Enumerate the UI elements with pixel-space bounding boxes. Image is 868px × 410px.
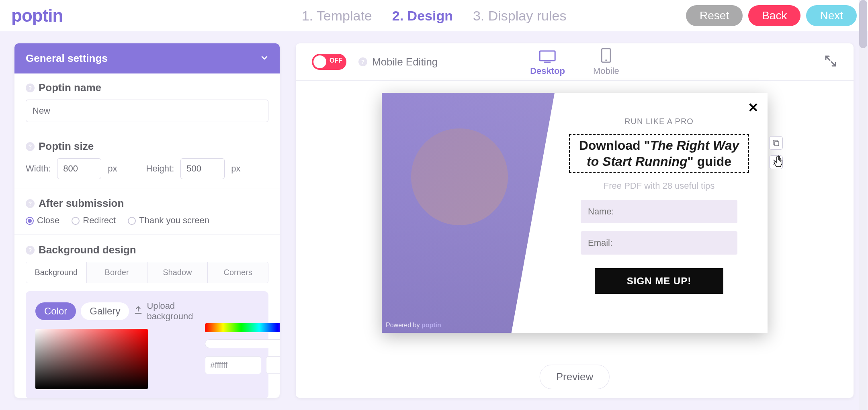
wizard-steps: 1. Template 2. Design 3. Display rules [302, 8, 567, 24]
upload-background-button[interactable]: Upload background [134, 301, 193, 322]
popup-subhead[interactable]: Free PDF with 28 useful tips [567, 181, 751, 191]
close-icon [773, 159, 779, 165]
popup-image[interactable]: Powered by poptin [382, 93, 555, 333]
mode-gallery[interactable]: Gallery [81, 302, 129, 320]
close-icon[interactable]: ✕ [748, 100, 759, 115]
after-option-thankyou[interactable]: Thank you screen [128, 215, 209, 226]
reset-button[interactable]: Reset [686, 5, 743, 26]
width-input[interactable] [57, 158, 101, 179]
help-icon[interactable]: ? [26, 142, 35, 151]
settings-sidebar: General settings ? Poptin name ? Poptin … [14, 43, 280, 398]
after-option-redirect[interactable]: Redirect [72, 215, 116, 226]
device-desktop[interactable]: Desktop [530, 50, 565, 76]
px-unit: px [108, 163, 117, 174]
design-canvas: OFF ? Mobile Editing Desktop Mobile [296, 43, 854, 398]
poptin-name-input[interactable] [26, 100, 268, 122]
popup-cta-button[interactable]: SIGN ME UP! [595, 268, 723, 294]
mobile-editing-toggle[interactable]: OFF [312, 54, 346, 70]
header-actions: Reset Back Next [686, 5, 857, 26]
next-button[interactable]: Next [806, 5, 857, 26]
delete-element-button[interactable] [769, 155, 783, 169]
color-swatch[interactable] [266, 356, 280, 374]
hue-slider[interactable] [205, 323, 280, 332]
popup-headline-selected[interactable]: Download "The Right Way to Start Running… [569, 134, 749, 173]
back-button[interactable]: Back [748, 5, 800, 26]
popup-name-input[interactable] [581, 200, 737, 223]
px-unit: px [231, 163, 240, 174]
color-saturation-box[interactable] [35, 329, 148, 389]
help-icon[interactable]: ? [26, 246, 35, 255]
poptin-size-label: ? Poptin size [26, 140, 268, 153]
step-template[interactable]: 1. Template [302, 8, 372, 24]
tab-background[interactable]: Background [26, 262, 87, 283]
chevron-down-icon [260, 52, 268, 65]
help-icon[interactable]: ? [26, 199, 35, 208]
popup-eyebrow[interactable]: RUN LIKE A PRO [567, 117, 751, 126]
background-design-tabs: Background Border Shadow Corners [26, 262, 268, 283]
height-input[interactable] [180, 158, 225, 179]
help-icon[interactable]: ? [26, 84, 35, 92]
popup-preview[interactable]: Powered by poptin ✕ RUN LIKE A PRO Downl… [382, 93, 768, 333]
general-settings-header[interactable]: General settings [14, 43, 280, 73]
background-design-label: ? Background design [26, 244, 268, 256]
powered-by-label: Powered by poptin [386, 322, 441, 329]
upload-icon [134, 306, 143, 317]
popup-email-input[interactable] [581, 231, 737, 255]
tab-corners[interactable]: Corners [208, 262, 268, 283]
height-label: Height: [146, 163, 174, 174]
mobile-editing-label: Mobile Editing [372, 56, 438, 68]
desktop-icon [539, 50, 557, 63]
tab-border[interactable]: Border [87, 262, 147, 283]
tab-shadow[interactable]: Shadow [147, 262, 208, 283]
mode-color[interactable]: Color [35, 302, 76, 320]
width-label: Width: [26, 163, 51, 174]
scrollbar-thumb[interactable] [859, 0, 867, 48]
background-picker: Color Gallery Upload background [26, 291, 268, 398]
preview-button[interactable]: Preview [540, 365, 610, 389]
expand-icon[interactable] [824, 54, 837, 69]
general-settings-title: General settings [26, 52, 108, 65]
copy-icon [772, 139, 780, 147]
step-display-rules[interactable]: 3. Display rules [473, 8, 566, 24]
brand-logo: poptin [11, 6, 63, 26]
duplicate-element-button[interactable] [769, 136, 783, 150]
poptin-name-label: ? Poptin name [26, 82, 268, 94]
device-mobile[interactable]: Mobile [593, 47, 619, 76]
scrollbar-track[interactable] [859, 0, 867, 410]
svg-point-2 [605, 59, 607, 61]
step-design[interactable]: 2. Design [392, 8, 453, 24]
after-submission-label: ? After submission [26, 197, 268, 210]
help-icon[interactable]: ? [358, 57, 367, 66]
alpha-slider[interactable] [205, 339, 280, 348]
app-header: poptin 1. Template 2. Design 3. Display … [0, 0, 868, 31]
svg-rect-4 [775, 142, 779, 146]
svg-rect-0 [540, 51, 555, 61]
mobile-icon [600, 47, 612, 63]
after-option-close[interactable]: Close [26, 215, 59, 226]
hex-input[interactable] [205, 356, 261, 374]
